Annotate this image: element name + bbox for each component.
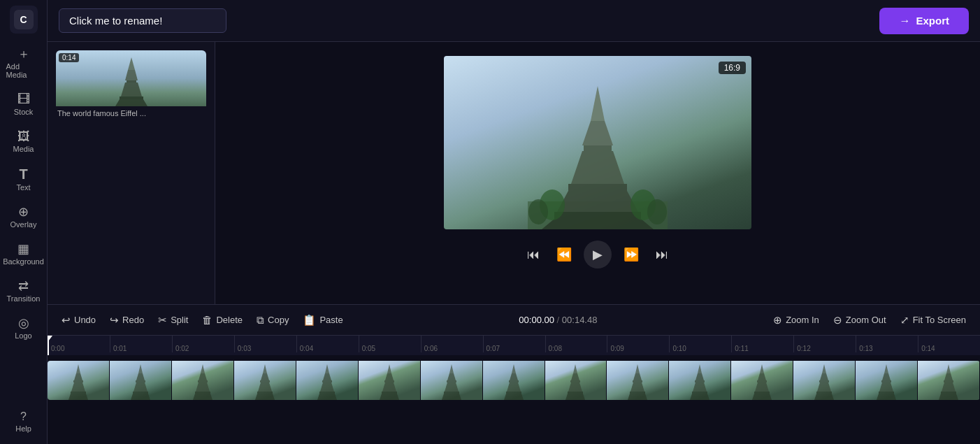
svg-rect-83 [692,392,707,394]
fast-forward-button[interactable]: ⏩ [620,243,642,266]
svg-rect-77 [630,392,645,394]
svg-marker-42 [255,394,275,400]
media-item[interactable]: 0:14 The world famous Eiffel ... [56,50,206,120]
svg-marker-56 [447,373,456,380]
svg-marker-106 [942,382,956,392]
logo-icon: ◎ [18,317,29,329]
sidebar: C ＋ Add Media 🎞 Stock 🖼 Media T Text ⊕ O… [0,0,48,444]
svg-point-17 [528,199,548,224]
svg-marker-79 [698,364,702,373]
svg-marker-46 [320,382,334,392]
svg-marker-52 [382,382,396,392]
svg-marker-32 [199,373,207,380]
stock-icon: 🎞 [17,93,30,106]
eiffel-thumbnail-svg [107,56,156,106]
sidebar-item-media[interactable]: 🖼 Media [3,124,44,159]
svg-rect-33 [198,380,208,382]
skip-to-end-button[interactable]: ⏭ [651,243,673,266]
sidebar-item-background[interactable]: ▦ Background [3,237,44,271]
rewind-button[interactable]: ⏪ [553,243,575,266]
zoom-in-button[interactable]: ⊕ Zoom In [768,310,825,330]
copy-button[interactable]: ⧉ Copy [251,310,294,330]
logo-letter: C [14,10,34,29]
add-media-icon: ＋ [17,48,30,60]
svg-marker-30 [131,394,150,400]
export-button[interactable]: → Export [879,8,969,34]
frame-thumb [172,361,234,400]
sidebar-item-media-label: Media [13,145,34,153]
svg-marker-40 [258,382,272,392]
undo-icon: ↩ [62,314,71,327]
play-pause-button[interactable]: ▶ [584,241,612,268]
sidebar-item-text[interactable]: T Text [3,162,44,197]
svg-marker-49 [387,364,391,373]
sidebar-item-stock[interactable]: 🎞 Stock [3,87,44,122]
transition-icon: ⇄ [18,280,29,292]
time-total: 00:14.48 [562,315,598,325]
zoom-out-button[interactable]: ⊖ Zoom Out [828,310,892,330]
svg-marker-8 [582,121,613,145]
svg-rect-47 [319,392,335,394]
svg-rect-23 [71,392,86,394]
frame-thumb [234,361,296,400]
sidebar-item-logo[interactable]: ◎ Logo [3,311,44,345]
frame-thumb [856,361,918,400]
svg-marker-14 [542,219,654,229]
svg-marker-74 [633,373,642,380]
track-frames[interactable] [48,361,980,400]
playhead-triangle [48,336,52,341]
svg-rect-93 [819,380,829,382]
svg-marker-90 [752,394,772,400]
svg-marker-86 [758,373,766,380]
playhead[interactable] [48,336,49,355]
svg-marker-25 [138,364,143,373]
svg-marker-58 [445,382,459,392]
sidebar-item-logo-label: Logo [15,331,31,340]
copy-label: Copy [268,315,289,325]
project-name-input[interactable] [59,8,226,33]
sidebar-item-add-media[interactable]: ＋ Add Media [3,42,44,85]
timeline-track-area [48,355,980,444]
svg-marker-38 [261,373,269,380]
sidebar-item-overlay[interactable]: ⊕ Overlay [3,200,44,234]
svg-rect-75 [633,380,642,382]
svg-rect-107 [941,392,956,394]
svg-marker-78 [628,394,647,400]
svg-rect-99 [881,380,891,382]
svg-marker-70 [568,382,582,392]
preview-area: 16:9 ⏮ ⏪ ▶ ⏩ ⏭ [215,42,980,304]
sidebar-item-add-media-label: Add Media [6,62,41,79]
svg-marker-34 [196,382,210,392]
aspect-ratio-badge: 16:9 [719,62,746,74]
timeline-ruler: 0:000:010:020:030:040:050:060:070:080:09… [48,336,980,355]
svg-marker-91 [822,364,826,373]
svg-marker-66 [504,394,524,400]
svg-marker-54 [380,394,399,400]
svg-rect-39 [260,380,270,382]
svg-rect-95 [816,392,832,394]
undo-label: Undo [74,315,96,325]
split-button[interactable]: ✂ Split [152,310,194,330]
sidebar-item-help[interactable]: ? Help [3,406,44,438]
svg-rect-71 [568,392,583,394]
ruler-tick: 0:13 [856,336,918,352]
paste-button[interactable]: 📋 Paste [297,310,348,330]
redo-button[interactable]: ↪ Redo [104,310,150,330]
svg-marker-19 [76,364,80,373]
delete-button[interactable]: 🗑 Delete [196,310,248,329]
svg-marker-72 [565,394,585,400]
svg-marker-88 [755,382,769,392]
fit-to-screen-button[interactable]: ⤢ Fit To Screen [895,310,972,330]
svg-rect-69 [570,380,580,382]
svg-marker-1 [125,70,138,80]
svg-rect-13 [554,212,641,219]
undo-button[interactable]: ↩ Undo [56,310,101,330]
frame-thumb [483,361,545,400]
svg-marker-97 [884,364,888,373]
ruler-tick: 0:01 [110,336,172,352]
media-thumbnail: 0:14 [56,50,206,106]
skip-to-start-button[interactable]: ⏮ [522,243,545,266]
sidebar-item-transition[interactable]: ⇄ Transition [3,274,44,308]
background-icon: ▦ [17,243,29,255]
svg-marker-50 [385,373,394,380]
